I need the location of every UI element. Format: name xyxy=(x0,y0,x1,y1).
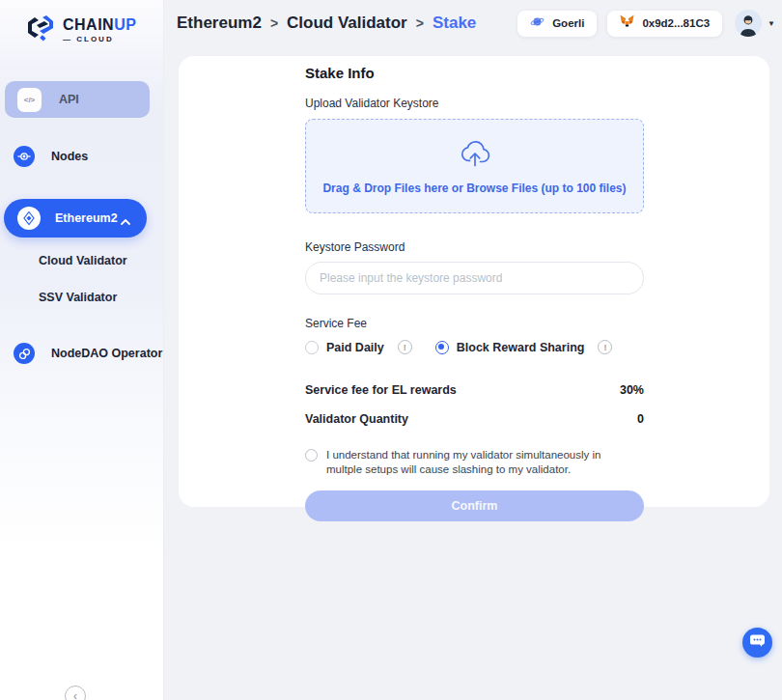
avatar xyxy=(735,10,762,37)
sidebar-subitem-cloud-validator[interactable]: Cloud Validator xyxy=(0,254,164,267)
wallet-chip[interactable]: 0x9d2...81C3 xyxy=(607,11,722,37)
chainup-logo[interactable]: CHAINUP — CLOUD xyxy=(0,0,163,46)
app-window: CHAINUP — CLOUD </> API xyxy=(0,0,782,700)
summary-value: 30% xyxy=(620,383,644,397)
link-icon xyxy=(14,343,35,364)
metamask-icon xyxy=(620,14,634,32)
chat-bubble-icon xyxy=(749,633,766,652)
chevron-up-icon xyxy=(120,212,131,230)
agreement-row: I understand that running my validator s… xyxy=(305,448,644,477)
sidebar-item-label: NodeDAO Operator xyxy=(51,347,162,360)
header-actions: Goerli 0x9d2...81C3 xyxy=(517,10,775,37)
sidebar-item-api[interactable]: </> API xyxy=(5,81,150,118)
breadcrumb: Ethereum2 > Cloud Validator > Stake xyxy=(177,14,476,33)
account-menu[interactable]: ▼ xyxy=(735,10,775,37)
network-chip[interactable]: Goerli xyxy=(517,11,597,37)
agreement-checkbox[interactable] xyxy=(305,449,318,462)
sidebar-collapse-button[interactable]: ‹ xyxy=(65,686,86,700)
caret-down-icon: ▼ xyxy=(768,19,775,28)
planet-icon xyxy=(530,14,545,32)
sidebar: CHAINUP — CLOUD </> API xyxy=(0,0,164,700)
stake-card: Stake Info Upload Validator Keystore Dra… xyxy=(179,56,769,507)
stake-form: Stake Info Upload Validator Keystore Dra… xyxy=(305,56,644,521)
top-header: Ethereum2 > Cloud Validator > Stake Goer… xyxy=(164,0,782,48)
page-title: Stake Info xyxy=(305,65,644,81)
brand-name: CHAIN xyxy=(63,16,114,33)
wallet-chip-label: 0x9d2...81C3 xyxy=(642,17,710,29)
summary-value: 0 xyxy=(637,412,644,426)
network-chip-label: Goerli xyxy=(552,17,584,29)
summary-row-validator-quantity: Validator Quantity 0 xyxy=(305,412,644,426)
radio-block-reward-sharing-label[interactable]: Block Reward Sharing xyxy=(457,341,585,354)
summary-label: Service fee for EL rewards xyxy=(305,383,457,397)
breadcrumb-ethereum2[interactable]: Ethereum2 xyxy=(177,14,262,33)
agreement-text[interactable]: I understand that running my validator s… xyxy=(326,448,635,477)
service-fee-options: Paid Daily ! Block Reward Sharing ! xyxy=(305,340,644,354)
confirm-button[interactable]: Confirm xyxy=(305,490,644,521)
keystore-password-input[interactable] xyxy=(305,262,644,294)
sidebar-subitem-ssv-validator[interactable]: SSV Validator xyxy=(0,291,164,304)
radio-block-reward-sharing[interactable] xyxy=(435,341,449,354)
breadcrumb-separator: > xyxy=(416,15,424,31)
sidebar-item-nodedao-operator[interactable]: NodeDAO Operator xyxy=(0,335,164,372)
sidebar-item-ethereum2[interactable]: Ethereum2 xyxy=(4,199,147,238)
cloud-upload-icon xyxy=(457,138,493,172)
sidebar-item-label: API xyxy=(59,93,79,106)
chainup-logo-icon xyxy=(23,14,56,46)
sidebar-subitem-label: SSV Validator xyxy=(39,291,117,304)
summary-label: Validator Quantity xyxy=(305,412,408,426)
brand-name-accent: UP xyxy=(114,16,136,33)
keystore-password-label: Keystore Password xyxy=(305,240,644,254)
info-icon[interactable]: ! xyxy=(398,340,412,354)
breadcrumb-cloud-validator[interactable]: Cloud Validator xyxy=(287,14,407,33)
brand-sub: — CLOUD xyxy=(63,35,136,43)
code-icon: </> xyxy=(17,88,42,112)
breadcrumb-separator: > xyxy=(270,15,278,31)
radio-paid-daily-label[interactable]: Paid Daily xyxy=(326,341,384,354)
ethereum-icon xyxy=(17,207,41,230)
summary-row-el-rewards: Service fee for EL rewards 30% xyxy=(305,383,644,397)
sidebar-nav: </> API Nodes xyxy=(0,77,164,372)
sidebar-item-label: Ethereum2 xyxy=(55,211,118,225)
sidebar-item-nodes[interactable]: Nodes xyxy=(0,138,164,175)
sidebar-subitem-label: Cloud Validator xyxy=(39,254,127,267)
sidebar-item-label: Nodes xyxy=(51,150,88,163)
dropzone-hint: Drag & Drop Files here or Browse Files (… xyxy=(322,182,626,195)
keystore-dropzone[interactable]: Drag & Drop Files here or Browse Files (… xyxy=(305,119,644,213)
breadcrumb-stake-current: Stake xyxy=(433,14,476,33)
upload-keystore-label: Upload Validator Keystore xyxy=(305,97,644,110)
nodes-icon xyxy=(14,146,35,167)
radio-paid-daily[interactable] xyxy=(305,341,319,354)
service-fee-label: Service Fee xyxy=(305,317,644,330)
info-icon[interactable]: ! xyxy=(598,340,612,354)
chat-support-button[interactable] xyxy=(742,628,772,658)
